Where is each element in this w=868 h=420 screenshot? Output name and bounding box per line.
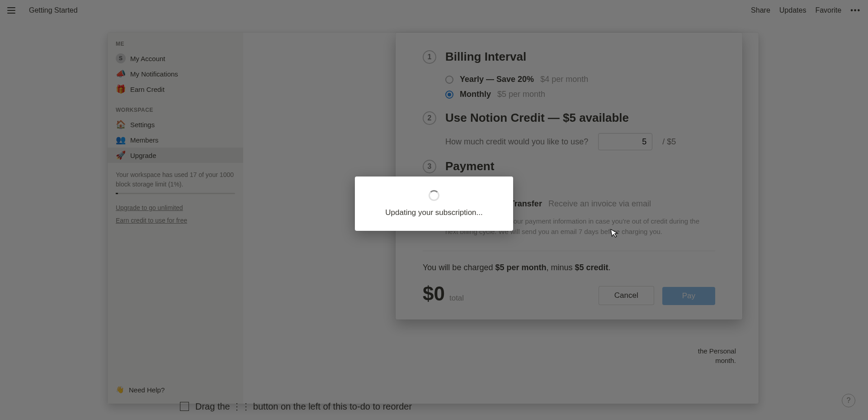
loading-popup: Updating your subscription... <box>355 177 513 231</box>
spinner-icon <box>429 190 439 201</box>
loading-text: Updating your subscription... <box>385 208 482 217</box>
